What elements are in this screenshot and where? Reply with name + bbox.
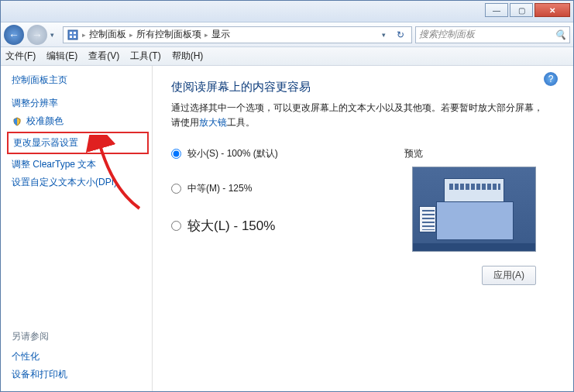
navbar: ← → ▾ ▸ 控制面板 ▸ 所有控制面板项 ▸ 显示 ▾ ↻ 搜索控制面板 🔍: [1, 22, 573, 47]
sidebar-item-cleartype[interactable]: 调整 ClearType 文本: [12, 156, 144, 174]
svg-rect-2: [74, 32, 76, 34]
titlebar: — ▢ ✕: [1, 1, 573, 22]
sidebar-item-calibrate-color[interactable]: 校准颜色: [12, 112, 144, 130]
control-panel-icon: [67, 29, 79, 41]
sidebar-footer-devices[interactable]: 设备和打印机: [12, 366, 144, 383]
preview-label: 预览: [404, 147, 552, 160]
breadcrumb-seg[interactable]: 显示: [211, 28, 230, 41]
minimize-button[interactable]: —: [485, 3, 508, 17]
address-bar[interactable]: ▸ 控制面板 ▸ 所有控制面板项 ▸ 显示 ▾ ↻: [63, 26, 412, 43]
preview-column: 预览: [404, 147, 552, 256]
back-button[interactable]: ←: [4, 25, 24, 45]
search-input[interactable]: 搜索控制面板 🔍: [415, 26, 570, 43]
svg-rect-1: [70, 32, 72, 34]
breadcrumb-seg[interactable]: 所有控制面板项: [136, 28, 201, 41]
radio-smaller[interactable]: [171, 149, 181, 159]
sidebar-item-label: 设置自定义文本大小(DPI): [12, 176, 117, 189]
option-larger[interactable]: 较大(L) - 150%: [171, 217, 386, 235]
option-medium[interactable]: 中等(M) - 125%: [171, 182, 386, 195]
history-chevron-icon[interactable]: ▾: [50, 31, 60, 39]
address-dropdown-icon[interactable]: ▾: [382, 31, 391, 39]
sidebar-item-custom-dpi[interactable]: 设置自定义文本大小(DPI): [12, 174, 144, 191]
preview-image: [412, 167, 536, 252]
svg-rect-4: [74, 36, 76, 38]
maximize-button[interactable]: ▢: [510, 3, 533, 17]
menu-tools[interactable]: 工具(T): [130, 50, 160, 63]
option-label: 较小(S) - 100% (默认): [187, 147, 278, 160]
sidebar-item-label: 调整分辨率: [12, 97, 58, 110]
svg-rect-3: [70, 36, 72, 38]
option-label: 较大(L) - 150%: [187, 217, 275, 235]
radio-larger[interactable]: [171, 221, 181, 231]
sidebar-item-label: 调整 ClearType 文本: [12, 158, 96, 171]
scaling-options: 较小(S) - 100% (默认) 中等(M) - 125% 较大(L) - 1…: [171, 147, 552, 256]
option-smaller[interactable]: 较小(S) - 100% (默认): [171, 147, 386, 160]
apply-button[interactable]: 应用(A): [482, 266, 536, 285]
sidebar-footer-personalize[interactable]: 个性化: [12, 348, 144, 366]
sidebar-item-label: 更改显示器设置: [13, 136, 78, 150]
desc-text-after: 工具。: [227, 117, 255, 128]
radio-medium[interactable]: [171, 184, 181, 194]
menubar: 文件(F) 编辑(E) 查看(V) 工具(T) 帮助(H): [1, 47, 573, 66]
menu-file[interactable]: 文件(F): [5, 50, 36, 63]
options-column: 较小(S) - 100% (默认) 中等(M) - 125% 较大(L) - 1…: [171, 147, 386, 256]
option-label: 中等(M) - 125%: [187, 182, 252, 195]
button-row: 应用(A): [171, 266, 552, 285]
magnifier-link[interactable]: 放大镜: [199, 117, 227, 128]
menu-help[interactable]: 帮助(H): [172, 50, 204, 63]
chevron-right-icon: ▸: [203, 31, 210, 39]
content-area: 控制面板主页 调整分辨率 校准颜色 更改显示器设置 调整 ClearType 文…: [1, 66, 573, 391]
window: — ▢ ✕ ← → ▾ ▸ 控制面板 ▸ 所有控制面板项 ▸ 显示 ▾ ↻ 搜索…: [0, 0, 574, 392]
search-placeholder: 搜索控制面板: [419, 28, 475, 41]
menu-edit[interactable]: 编辑(E): [46, 50, 77, 63]
chevron-right-icon: ▸: [81, 31, 88, 39]
page-description: 通过选择其中一个选项，可以更改屏幕上的文本大小以及其他项。若要暂时放大部分屏幕，…: [171, 101, 552, 130]
sidebar: 控制面板主页 调整分辨率 校准颜色 更改显示器设置 调整 ClearType 文…: [1, 66, 153, 391]
chevron-right-icon: ▸: [128, 31, 135, 39]
svg-rect-0: [68, 30, 77, 40]
sidebar-item-change-display[interactable]: 更改显示器设置: [7, 132, 149, 154]
sidebar-item-resolution[interactable]: 调整分辨率: [12, 95, 144, 112]
search-icon: 🔍: [555, 29, 566, 40]
see-also-heading: 另请参阅: [12, 330, 144, 343]
sidebar-item-label: 校准颜色: [26, 115, 64, 128]
close-button[interactable]: ✕: [534, 3, 570, 17]
shield-icon: [12, 116, 22, 127]
sidebar-footer: 另请参阅 个性化 设备和打印机: [12, 315, 144, 383]
main-panel: ? 使阅读屏幕上的内容更容易 通过选择其中一个选项，可以更改屏幕上的文本大小以及…: [153, 66, 573, 391]
refresh-icon[interactable]: ↻: [393, 29, 408, 40]
sidebar-home-link[interactable]: 控制面板主页: [12, 74, 144, 87]
page-title: 使阅读屏幕上的内容更容易: [171, 80, 552, 95]
breadcrumb-seg[interactable]: 控制面板: [89, 28, 126, 41]
forward-button[interactable]: →: [27, 25, 47, 45]
help-icon[interactable]: ?: [544, 72, 558, 86]
menu-view[interactable]: 查看(V): [88, 50, 119, 63]
